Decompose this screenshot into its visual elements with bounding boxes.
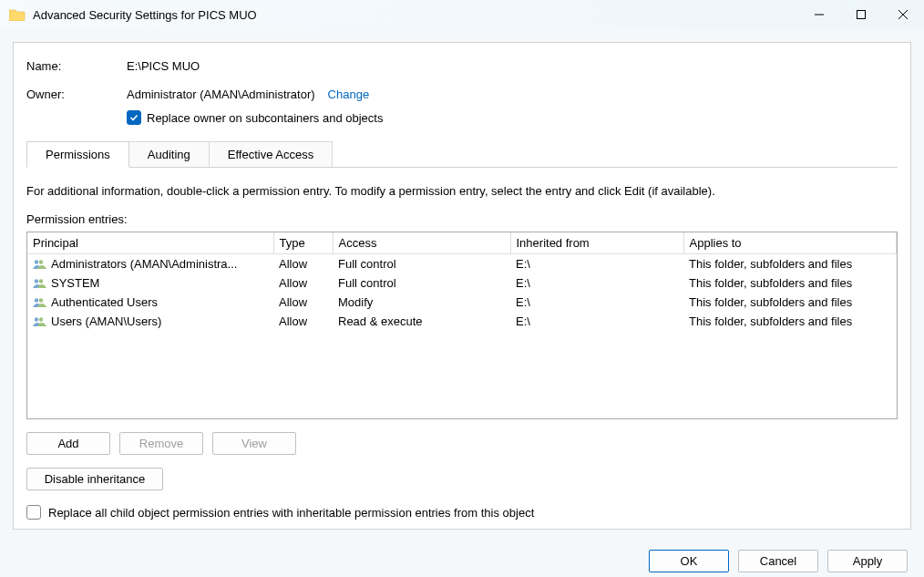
- replace-child-row[interactable]: Replace all child object permission entr…: [26, 505, 898, 520]
- cancel-button[interactable]: Cancel: [738, 550, 818, 572]
- replace-owner-checkbox[interactable]: [127, 110, 141, 125]
- cell-inherited: E:\: [510, 293, 683, 312]
- table-row[interactable]: Users (AMAN\Users)AllowRead & executeE:\…: [27, 312, 897, 331]
- ok-button[interactable]: OK: [649, 550, 729, 572]
- permissions-table[interactable]: Principal Type Access Inherited from App…: [26, 232, 898, 419]
- svg-point-4: [35, 260, 38, 263]
- apply-button[interactable]: Apply: [827, 550, 908, 572]
- dialog-buttons: OK Cancel Apply: [0, 542, 924, 577]
- owner-value: Administrator (AMAN\Administrator): [127, 88, 315, 101]
- cell-access: Full control: [333, 273, 510, 293]
- tab-strip: Permissions Auditing Effective Access: [26, 141, 898, 168]
- close-button[interactable]: [882, 0, 924, 29]
- tab-panel-permissions: For additional information, double-click…: [26, 167, 898, 520]
- svg-point-5: [39, 260, 43, 263]
- cell-inherited: E:\: [510, 273, 683, 293]
- maximize-button[interactable]: [840, 0, 882, 29]
- col-type[interactable]: Type: [273, 232, 333, 254]
- cell-applies: This folder, subfolders and files: [683, 273, 897, 293]
- cell-access: Read & execute: [333, 312, 510, 331]
- window-controls: [798, 0, 924, 29]
- owner-row: Owner: Administrator (AMAN\Administrator…: [26, 88, 898, 101]
- tab-permissions[interactable]: Permissions: [26, 141, 129, 168]
- table-row[interactable]: Authenticated UsersAllowModifyE:\This fo…: [27, 293, 897, 312]
- group-icon: [33, 278, 47, 289]
- replace-owner-label: Replace owner on subcontainers and objec…: [147, 111, 383, 125]
- col-applies[interactable]: Applies to: [683, 232, 897, 254]
- name-value: E:\PICS MUO: [127, 59, 200, 73]
- content-frame: Name: E:\PICS MUO Owner: Administrator (…: [13, 42, 911, 530]
- group-icon: [33, 297, 47, 308]
- help-text: For additional information, double-click…: [26, 184, 898, 198]
- cell-type: Allow: [273, 273, 333, 293]
- svg-rect-1: [857, 11, 866, 19]
- cell-principal: Administrators (AMAN\Administra...: [51, 257, 237, 271]
- replace-child-checkbox[interactable]: [26, 505, 41, 520]
- titlebar: Advanced Security Settings for PICS MUO: [0, 0, 924, 29]
- svg-point-7: [39, 279, 43, 283]
- tab-auditing[interactable]: Auditing: [128, 141, 210, 168]
- svg-point-8: [35, 298, 38, 302]
- view-button: View: [212, 432, 296, 455]
- cell-type: Allow: [273, 293, 333, 312]
- name-row: Name: E:\PICS MUO: [26, 59, 898, 73]
- cell-access: Full control: [333, 254, 510, 274]
- inheritance-buttons: Disable inheritance: [26, 468, 898, 490]
- window-title: Advanced Security Settings for PICS MUO: [33, 8, 798, 22]
- cell-applies: This folder, subfolders and files: [683, 312, 897, 331]
- cell-type: Allow: [273, 312, 333, 331]
- entries-heading: Permission entries:: [26, 212, 898, 226]
- replace-child-label: Replace all child object permission entr…: [48, 506, 534, 520]
- table-header-row: Principal Type Access Inherited from App…: [27, 232, 897, 254]
- owner-label: Owner:: [26, 88, 127, 101]
- cell-inherited: E:\: [510, 312, 683, 331]
- add-button[interactable]: Add: [26, 432, 110, 455]
- cell-type: Allow: [273, 254, 333, 274]
- disable-inheritance-button[interactable]: Disable inheritance: [26, 468, 163, 490]
- svg-point-9: [39, 298, 43, 302]
- svg-point-6: [35, 279, 38, 283]
- cell-principal: SYSTEM: [51, 276, 99, 290]
- group-icon: [33, 316, 47, 327]
- minimize-button[interactable]: [798, 0, 840, 29]
- col-principal[interactable]: Principal: [27, 232, 273, 254]
- change-owner-link[interactable]: Change: [328, 88, 370, 101]
- cell-access: Modify: [333, 293, 510, 312]
- cell-principal: Authenticated Users: [51, 295, 158, 309]
- svg-point-11: [39, 317, 43, 321]
- svg-point-10: [35, 317, 38, 321]
- table-row[interactable]: SYSTEMAllowFull controlE:\This folder, s…: [27, 273, 897, 293]
- name-label: Name:: [26, 59, 127, 73]
- cell-inherited: E:\: [510, 254, 683, 274]
- cell-applies: This folder, subfolders and files: [683, 254, 897, 274]
- col-inherited[interactable]: Inherited from: [510, 232, 683, 254]
- col-access[interactable]: Access: [333, 232, 510, 254]
- tab-effective-access[interactable]: Effective Access: [209, 141, 333, 168]
- cell-principal: Users (AMAN\Users): [51, 314, 161, 328]
- folder-icon: [9, 8, 26, 21]
- cell-applies: This folder, subfolders and files: [683, 293, 897, 312]
- entry-buttons: Add Remove View: [26, 432, 898, 455]
- remove-button: Remove: [119, 432, 203, 455]
- group-icon: [33, 259, 47, 270]
- replace-owner-row[interactable]: Replace owner on subcontainers and objec…: [127, 110, 898, 125]
- table-row[interactable]: Administrators (AMAN\Administra...AllowF…: [27, 254, 897, 274]
